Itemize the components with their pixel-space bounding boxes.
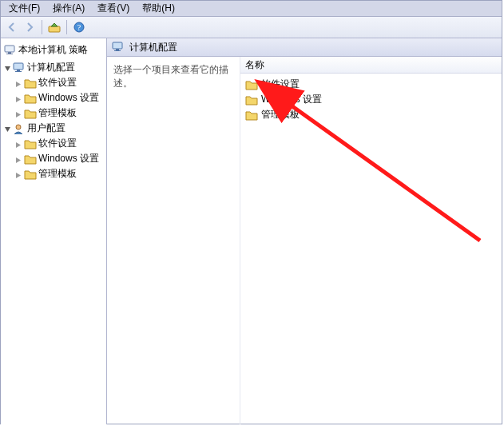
user-icon <box>13 123 26 134</box>
svg-rect-11 <box>116 49 119 50</box>
tree-label: 用户配置 <box>27 121 65 135</box>
svg-text:?: ? <box>77 23 81 32</box>
svg-rect-3 <box>5 46 14 52</box>
help-button[interactable]: ? <box>71 19 87 35</box>
tree-node-windows-settings[interactable]: Windows 设置 <box>14 90 105 106</box>
folder-icon <box>245 94 258 106</box>
svg-rect-6 <box>14 63 23 70</box>
svg-rect-8 <box>15 71 22 72</box>
folder-icon <box>245 79 258 90</box>
main-header: 计算机配置 <box>107 38 502 57</box>
folder-icon <box>24 169 37 180</box>
tree-label: 软件设置 <box>38 76 77 90</box>
expander-icon[interactable] <box>15 140 22 147</box>
expander-icon[interactable] <box>4 64 11 71</box>
expander-icon[interactable] <box>15 170 22 177</box>
tree-node-admin-templates[interactable]: 管理模板 <box>14 106 105 121</box>
app-window: 文件(F) 操作(A) 查看(V) 帮助(H) ? 本地计算机 策略 <box>0 0 502 424</box>
tree-node-user-config[interactable]: 用户配置 <box>2 121 105 136</box>
menu-file[interactable]: 文件(F) <box>4 1 45 16</box>
expander-icon[interactable] <box>15 109 22 117</box>
expander-icon[interactable] <box>15 155 22 162</box>
menu-action[interactable]: 操作(A) <box>48 1 89 16</box>
computer-icon <box>112 42 125 53</box>
tree-label: Windows 设置 <box>38 91 99 105</box>
folder-icon <box>24 93 37 104</box>
description-column: 选择一个项目来查看它的描述。 <box>107 57 240 424</box>
tree-node-software-settings[interactable]: 软件设置 <box>14 136 105 151</box>
menubar: 文件(F) 操作(A) 查看(V) 帮助(H) <box>1 1 502 17</box>
tree-root-label: 本地计算机 策略 <box>18 43 88 57</box>
tree-children-computer: 软件设置 Windows 设置 <box>2 75 105 121</box>
svg-rect-5 <box>6 54 13 54</box>
folder-icon <box>24 153 37 165</box>
nav-forward-button[interactable] <box>22 19 38 35</box>
expander-icon[interactable] <box>15 94 22 102</box>
list-item-label: Windows 设置 <box>261 93 322 106</box>
svg-point-9 <box>16 125 21 129</box>
tree-node-windows-settings[interactable]: Windows 设置 <box>14 151 105 166</box>
tree-children-user: 软件设置 Windows 设置 <box>2 136 105 181</box>
tree-node-software-settings[interactable]: 软件设置 <box>14 75 105 90</box>
list-item[interactable]: Windows 设置 <box>245 92 497 107</box>
svg-rect-12 <box>114 50 121 51</box>
main-pane: 计算机配置 选择一个项目来查看它的描述。 名称 软件设置 <box>107 38 502 424</box>
toolbar: ? <box>1 17 502 38</box>
tree-label: 管理模板 <box>38 167 77 181</box>
list-item-label: 管理模板 <box>261 108 300 121</box>
folder-icon <box>24 108 37 119</box>
tree-node-computer-config[interactable]: 计算机配置 <box>2 60 105 75</box>
list-item-label: 软件设置 <box>261 78 300 91</box>
tree-pane: 本地计算机 策略 计算机配置 <box>1 38 107 424</box>
column-name-label: 名称 <box>245 58 264 72</box>
tree-root[interactable]: 本地计算机 策略 <box>2 42 105 58</box>
folder-icon <box>24 138 37 149</box>
description-prompt: 选择一个项目来查看它的描述。 <box>113 64 228 89</box>
tree-label: 管理模板 <box>38 106 77 120</box>
expander-icon[interactable] <box>15 79 22 86</box>
tree-label: 软件设置 <box>38 137 77 150</box>
list-item[interactable]: 管理模板 <box>245 107 497 122</box>
folder-icon <box>245 109 258 121</box>
tree-label: 计算机配置 <box>27 61 75 74</box>
nav-back-button[interactable] <box>4 19 20 35</box>
svg-rect-7 <box>17 70 20 71</box>
content-area: 本地计算机 策略 计算机配置 <box>1 38 502 424</box>
list-item[interactable]: 软件设置 <box>245 77 497 92</box>
svg-rect-4 <box>8 52 11 54</box>
svg-rect-10 <box>113 42 122 49</box>
up-button[interactable] <box>46 19 62 35</box>
list-column: 名称 软件设置 Windows 设 <box>240 57 502 424</box>
computer-icon <box>13 62 26 74</box>
folder-icon <box>24 78 37 89</box>
tree-label: Windows 设置 <box>38 152 99 165</box>
toolbar-separator <box>42 20 42 34</box>
main-header-title: 计算机配置 <box>129 41 177 54</box>
expander-icon[interactable] <box>4 125 11 132</box>
policy-icon <box>4 45 17 56</box>
menu-help[interactable]: 帮助(H) <box>137 1 180 16</box>
svg-rect-0 <box>49 26 60 32</box>
list-column-header[interactable]: 名称 <box>240 57 502 74</box>
menu-view[interactable]: 查看(V) <box>93 1 134 16</box>
main-body: 选择一个项目来查看它的描述。 名称 软件设置 <box>107 57 502 424</box>
toolbar-separator <box>66 20 67 34</box>
tree-node-admin-templates[interactable]: 管理模板 <box>14 166 105 181</box>
list-items: 软件设置 Windows 设置 管理模板 <box>240 74 502 125</box>
